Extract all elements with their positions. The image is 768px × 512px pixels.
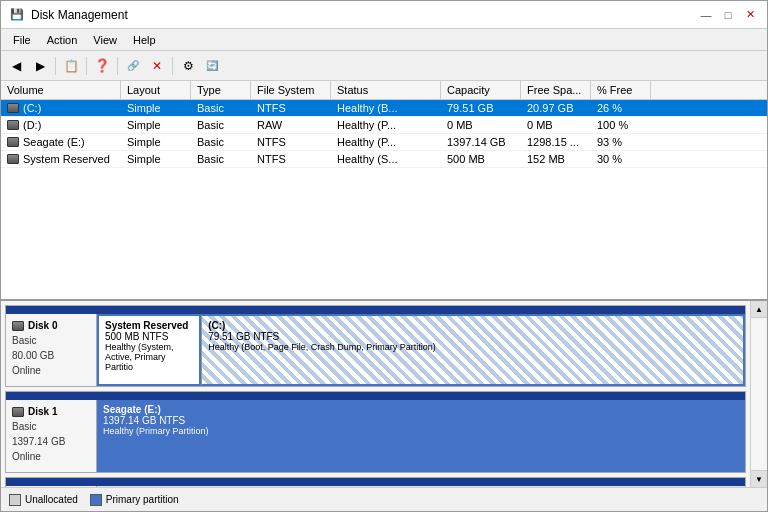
forward-button[interactable]: ▶ [29, 55, 51, 77]
scrollbar-track[interactable] [751, 318, 767, 470]
disk-1-type: Basic [12, 419, 90, 434]
col-header-layout[interactable]: Layout [121, 81, 191, 99]
partition-seagate-e[interactable]: Seagate (E:) 1397.14 GB NTFS Healthy (Pr… [97, 400, 745, 472]
cell-free: 20.97 GB [521, 100, 591, 116]
toolbar: ◀ ▶ 📋 ❓ 🔗 ✕ ⚙ 🔄 [1, 51, 767, 81]
cell-pct: 30 % [591, 151, 651, 167]
disk-1-size: 1397.14 GB [12, 434, 90, 449]
partition-c-name: (C:) [208, 320, 737, 331]
col-header-status[interactable]: Status [331, 81, 441, 99]
minimize-button[interactable]: — [697, 6, 715, 24]
drive-icon [7, 154, 19, 164]
close-button[interactable]: ✕ [741, 6, 759, 24]
title-bar: 💾 Disk Management — □ ✕ [1, 1, 767, 29]
main-window: 💾 Disk Management — □ ✕ File Action View… [0, 0, 768, 512]
cell-status: Healthy (P... [331, 117, 441, 133]
disk-0-status: Online [12, 363, 90, 378]
cell-fs: NTFS [251, 134, 331, 150]
cell-type: Basic [191, 100, 251, 116]
legend-unallocated-box [9, 494, 21, 506]
cell-volume: Seagate (E:) [1, 134, 121, 150]
toolbar-separator-1 [55, 57, 56, 75]
partition-system-reserved-name: System Reserved [105, 320, 193, 331]
disk-0-header [6, 306, 745, 314]
partition-c-size: 79.51 GB NTFS [208, 331, 737, 342]
disk-list: Disk 0 Basic 80.00 GB Online System Rese… [1, 301, 750, 487]
disk-1-header [6, 392, 745, 400]
partition-system-reserved[interactable]: System Reserved 500 MB NTFS Healthy (Sys… [97, 314, 201, 386]
table-header: Volume Layout Type File System Status Ca… [1, 81, 767, 100]
cell-capacity: 500 MB [441, 151, 521, 167]
cell-layout: Simple [121, 134, 191, 150]
connect-button[interactable]: 🔗 [122, 55, 144, 77]
cell-capacity: 79.51 GB [441, 100, 521, 116]
cell-type: Basic [191, 134, 251, 150]
table-row[interactable]: Seagate (E:) Simple Basic NTFS Healthy (… [1, 134, 767, 151]
disk-0-container: Disk 0 Basic 80.00 GB Online System Rese… [5, 305, 746, 387]
col-header-fs[interactable]: File System [251, 81, 331, 99]
legend-unallocated: Unallocated [9, 494, 78, 506]
toolbar-separator-3 [117, 57, 118, 75]
disk-list-scrollbar[interactable]: ▲ ▼ [750, 301, 767, 487]
cell-capacity: 0 MB [441, 117, 521, 133]
scrollbar-up-button[interactable]: ▲ [751, 301, 767, 318]
scrollbar-down-button[interactable]: ▼ [751, 470, 767, 487]
table-row[interactable]: (D:) Simple Basic RAW Healthy (P... 0 MB… [1, 117, 767, 134]
cell-fs: RAW [251, 117, 331, 133]
table-body: (C:) Simple Basic NTFS Healthy (B... 79.… [1, 100, 767, 299]
disk-0-type: Basic [12, 333, 90, 348]
partition-c[interactable]: (C:) 79.51 GB NTFS Healthy (Boot, Page F… [201, 314, 745, 386]
menu-help[interactable]: Help [125, 32, 164, 48]
legend-bar: Unallocated Primary partition [1, 487, 767, 511]
disk-0-partitions: System Reserved 500 MB NTFS Healthy (Sys… [96, 314, 745, 386]
disconnect-button[interactable]: ✕ [146, 55, 168, 77]
cell-layout: Simple [121, 151, 191, 167]
maximize-button[interactable]: □ [719, 6, 737, 24]
disk-1-label: Disk 1 Basic 1397.14 GB Online [6, 400, 96, 472]
rescan-button[interactable]: 🔄 [201, 55, 223, 77]
table-row[interactable]: System Reserved Simple Basic NTFS Health… [1, 151, 767, 168]
cell-fs: NTFS [251, 151, 331, 167]
col-header-free[interactable]: Free Spa... [521, 81, 591, 99]
cell-free: 152 MB [521, 151, 591, 167]
disk-0-size: 80.00 GB [12, 348, 90, 363]
col-header-type[interactable]: Type [191, 81, 251, 99]
toolbar-separator-2 [86, 57, 87, 75]
col-header-capacity[interactable]: Capacity [441, 81, 521, 99]
cell-status: Healthy (S... [331, 151, 441, 167]
toolbar-separator-4 [172, 57, 173, 75]
partition-system-reserved-desc: Healthy (System, Active, Primary Partiti… [105, 342, 193, 372]
cdrom-0-header [6, 478, 745, 486]
disk-1-icon [12, 407, 24, 417]
cell-volume: System Reserved [1, 151, 121, 167]
cell-volume: (D:) [1, 117, 121, 133]
cell-status: Healthy (P... [331, 134, 441, 150]
cell-fs: NTFS [251, 100, 331, 116]
cell-pct: 93 % [591, 134, 651, 150]
back-button[interactable]: ◀ [5, 55, 27, 77]
cell-type: Basic [191, 117, 251, 133]
title-bar-controls: — □ ✕ [697, 6, 759, 24]
legend-primary-box [90, 494, 102, 506]
cell-layout: Simple [121, 117, 191, 133]
drive-icon [7, 137, 19, 147]
menu-action[interactable]: Action [39, 32, 86, 48]
disk-1-status: Online [12, 449, 90, 464]
table-row[interactable]: (C:) Simple Basic NTFS Healthy (B... 79.… [1, 100, 767, 117]
disk-0-body: Disk 0 Basic 80.00 GB Online System Rese… [6, 314, 745, 386]
up-button[interactable]: 📋 [60, 55, 82, 77]
col-header-pct[interactable]: % Free [591, 81, 651, 99]
cell-capacity: 1397.14 GB [441, 134, 521, 150]
col-header-volume[interactable]: Volume [1, 81, 121, 99]
partition-c-desc: Healthy (Boot, Page File, Crash Dump, Pr… [208, 342, 737, 352]
menu-view[interactable]: View [85, 32, 125, 48]
drive-icon [7, 120, 19, 130]
cell-free: 1298.15 ... [521, 134, 591, 150]
settings-button[interactable]: ⚙ [177, 55, 199, 77]
disk-0-label: Disk 0 Basic 80.00 GB Online [6, 314, 96, 386]
menu-file[interactable]: File [5, 32, 39, 48]
legend-primary-label: Primary partition [106, 494, 179, 505]
disk-0-name: Disk 0 [12, 318, 90, 333]
menu-bar: File Action View Help [1, 29, 767, 51]
help-button[interactable]: ❓ [91, 55, 113, 77]
